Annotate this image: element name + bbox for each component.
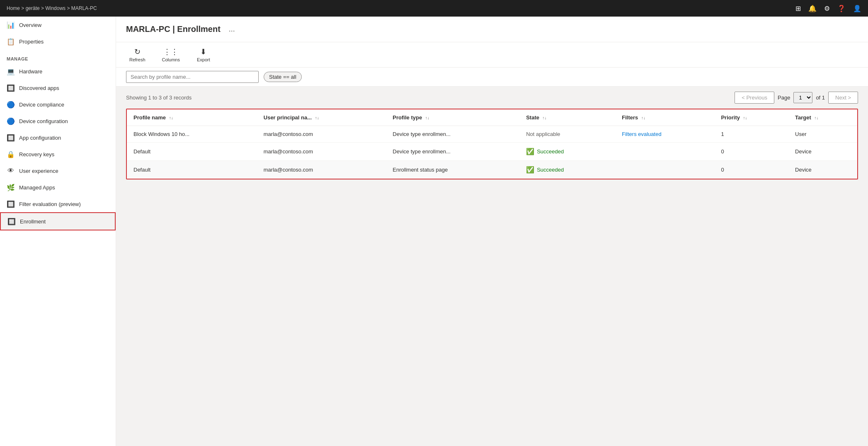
discovered-apps-icon: 🔲	[7, 84, 15, 92]
cell-user-principal: marla@contoso.com	[257, 126, 386, 143]
sort-profile-name-icon: ↑↓	[169, 116, 173, 120]
table-body: Block Windows 10 ho... marla@contoso.com…	[127, 126, 857, 179]
sidebar-item-enrollment[interactable]: 🔲 Enrollment	[0, 212, 116, 230]
filters-evaluated-link[interactable]: Filters evaluated	[622, 131, 661, 137]
sidebar-item-properties[interactable]: 📋 Properties	[0, 33, 116, 50]
cell-user-principal: marla@contoso.com	[257, 143, 386, 161]
sidebar-label-app-configuration: App configuration	[19, 135, 61, 141]
more-button[interactable]: ...	[225, 23, 238, 35]
filter-bar: State == all	[116, 68, 868, 87]
col-state[interactable]: State ↑↓	[519, 109, 615, 126]
filter-evaluation-icon: 🔲	[7, 200, 15, 208]
cell-state: Not applicable	[519, 126, 615, 143]
cell-profile-type: Enrollment status page	[386, 161, 519, 179]
user-experience-icon: 👁	[7, 167, 15, 175]
cell-priority: 0	[714, 161, 788, 179]
app-configuration-icon: 🔲	[7, 133, 15, 142]
cell-state: ✅ Succeeded	[519, 143, 615, 161]
sidebar-item-filter-evaluation[interactable]: 🔲 Filter evaluation (preview)	[0, 196, 116, 212]
sidebar-item-app-configuration[interactable]: 🔲 App configuration	[0, 129, 116, 146]
check-icon: ✅	[526, 166, 534, 174]
properties-icon: 📋	[7, 37, 15, 46]
previous-button[interactable]: < Previous	[735, 92, 774, 104]
check-icon: ✅	[526, 148, 534, 155]
page-select[interactable]: 1	[793, 92, 812, 103]
table-row: Block Windows 10 ho... marla@contoso.com…	[127, 126, 857, 143]
sidebar-item-recovery-keys[interactable]: 🔒 Recovery keys	[0, 146, 116, 162]
sort-priority-icon: ↑↓	[743, 116, 747, 120]
sidebar-label-device-compliance: Device compliance	[19, 102, 64, 108]
cell-target: User	[788, 126, 857, 143]
state-succeeded: ✅ Succeeded	[526, 166, 609, 174]
sidebar-item-user-experience[interactable]: 👁 User experience	[0, 162, 116, 179]
help-icon[interactable]: ❓	[837, 5, 846, 12]
refresh-icon: ↻	[134, 47, 141, 56]
device-configuration-icon: 🔵	[7, 117, 15, 125]
cell-user-principal: marla@contoso.com	[257, 161, 386, 179]
col-filters[interactable]: Filters ↑↓	[615, 109, 714, 126]
pagination-controls: < Previous Page 1 of 1 Next >	[735, 92, 858, 104]
cell-profile-name: Default	[127, 143, 257, 161]
bell-icon[interactable]: 🔔	[808, 5, 817, 12]
cell-target: Device	[788, 161, 857, 179]
enrollment-table-container: Profile name ↑↓ User principal na... ↑↓ …	[126, 109, 858, 179]
cell-priority: 1	[714, 126, 788, 143]
page-label: Page	[778, 95, 790, 101]
page-title: MARLA-PC | Enrollment	[126, 24, 221, 34]
columns-label: Columns	[162, 57, 180, 62]
state-na: Not applicable	[526, 131, 560, 137]
col-priority[interactable]: Priority ↑↓	[714, 109, 788, 126]
col-target[interactable]: Target ↑↓	[788, 109, 857, 126]
sidebar-item-hardware[interactable]: 💻 Hardware	[0, 63, 116, 80]
export-icon: ⬇	[200, 47, 206, 56]
sidebar-item-device-compliance[interactable]: 🔵 Device compliance	[0, 96, 116, 113]
recovery-keys-icon: 🔒	[7, 150, 15, 158]
sidebar-item-discovered-apps[interactable]: 🔲 Discovered apps	[0, 80, 116, 96]
export-label: Export	[197, 57, 210, 62]
sort-filters-icon: ↑↓	[641, 116, 645, 120]
sidebar-item-overview[interactable]: 📊 Overview	[0, 17, 116, 33]
cell-target: Device	[788, 143, 857, 161]
cell-state: ✅ Succeeded	[519, 161, 615, 179]
col-profile-type[interactable]: Profile type ↑↓	[386, 109, 519, 126]
user-icon[interactable]: 👤	[853, 5, 861, 12]
next-button[interactable]: Next >	[828, 92, 858, 104]
sort-profile-type-icon: ↑↓	[425, 116, 429, 120]
gear-icon[interactable]: ⚙	[824, 5, 830, 12]
page-header: MARLA-PC | Enrollment ...	[116, 17, 868, 42]
cell-profile-type: Device type enrollmen...	[386, 143, 519, 161]
sidebar: 📊 Overview 📋 Properties Manage 💻 Hardwar…	[0, 17, 116, 446]
content-area: MARLA-PC | Enrollment ... ↻ Refresh ⋮⋮ C…	[116, 17, 868, 446]
cell-filters	[615, 161, 714, 179]
export-button[interactable]: ⬇ Export	[193, 46, 214, 64]
col-user-principal[interactable]: User principal na... ↑↓	[257, 109, 386, 126]
search-input[interactable]	[126, 71, 259, 83]
state-succeeded: ✅ Succeeded	[526, 148, 609, 155]
hardware-icon: 💻	[7, 67, 15, 75]
sidebar-label-properties: Properties	[19, 39, 44, 45]
refresh-label: Refresh	[129, 57, 145, 62]
sidebar-item-device-configuration[interactable]: 🔵 Device configuration	[0, 113, 116, 129]
columns-button[interactable]: ⋮⋮ Columns	[159, 46, 183, 64]
top-icons: ⊞ 🔔 ⚙ ❓ 👤	[795, 5, 861, 12]
table-header-row: Profile name ↑↓ User principal na... ↑↓ …	[127, 109, 857, 126]
cell-profile-name: Block Windows 10 ho...	[127, 126, 257, 143]
main-layout: 📊 Overview 📋 Properties Manage 💻 Hardwar…	[0, 17, 868, 446]
of-label: of 1	[816, 95, 825, 101]
cell-profile-type: Device type enrollmen...	[386, 126, 519, 143]
sidebar-item-managed-apps[interactable]: 🌿 Managed Apps	[0, 179, 116, 196]
cell-profile-name: Default	[127, 161, 257, 179]
filter-badge: State == all	[264, 72, 302, 82]
overview-icon: 📊	[7, 21, 15, 29]
pagination-info: Showing 1 to 3 of 3 records	[126, 95, 192, 101]
sort-target-icon: ↑↓	[814, 116, 818, 120]
sort-user-principal-icon: ↑↓	[315, 116, 319, 120]
sidebar-label-device-configuration: Device configuration	[19, 118, 68, 124]
sidebar-label-user-experience: User experience	[19, 168, 58, 174]
grid-icon[interactable]: ⊞	[795, 5, 801, 12]
cell-filters	[615, 143, 714, 161]
columns-icon: ⋮⋮	[163, 47, 178, 56]
table-row: Default marla@contoso.com Device type en…	[127, 143, 857, 161]
refresh-button[interactable]: ↻ Refresh	[126, 46, 149, 64]
col-profile-name[interactable]: Profile name ↑↓	[127, 109, 257, 126]
